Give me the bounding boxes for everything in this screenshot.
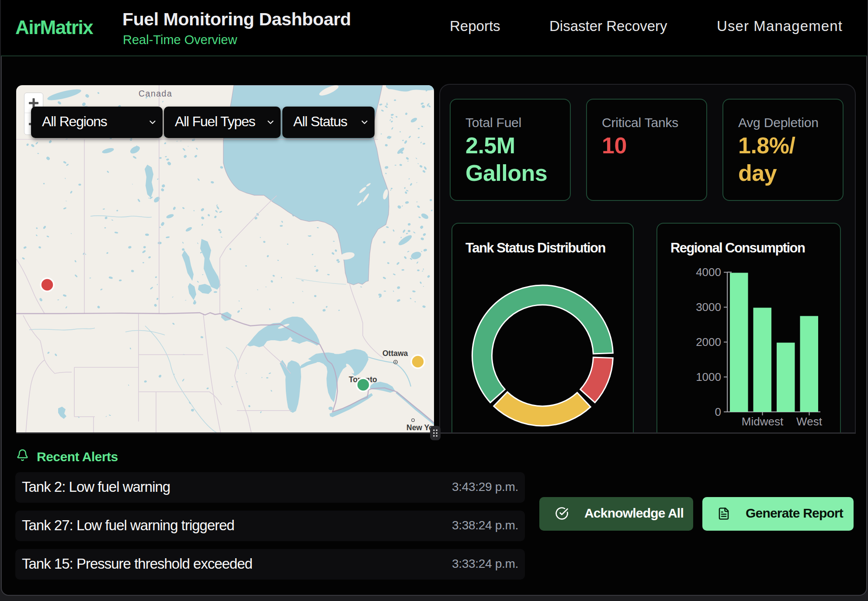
- svg-text:2000: 2000: [696, 335, 721, 349]
- svg-text:3000: 3000: [696, 300, 721, 314]
- svg-text:Canada: Canada: [139, 89, 172, 98]
- svg-text:Midwest: Midwest: [742, 415, 784, 428]
- svg-text:Ottawa: Ottawa: [382, 349, 408, 358]
- svg-text:4000: 4000: [696, 266, 721, 279]
- svg-text:West: West: [796, 415, 823, 428]
- svg-text:1000: 1000: [696, 370, 721, 383]
- svg-text:0: 0: [715, 405, 721, 418]
